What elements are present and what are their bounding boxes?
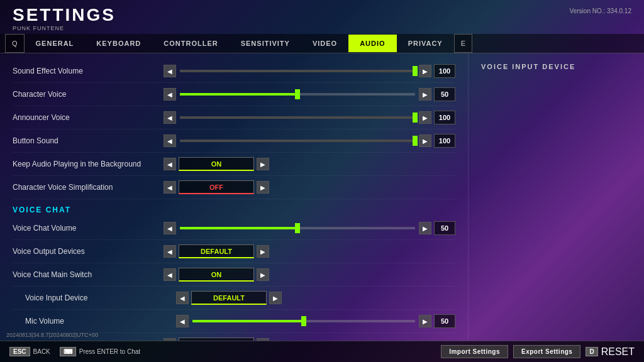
increment-keep-audio[interactable]: ▶	[257, 158, 269, 170]
setting-sound-effect-volume: Sound Effect Volume ◀ ▶ 100	[13, 60, 455, 83]
tab-keyboard[interactable]: KEYBOARD	[85, 35, 152, 52]
increment-voice-main[interactable]: ▶	[257, 268, 269, 281]
control-character-voice: ◀ ▶ 50	[164, 87, 455, 101]
label-button-sound: Button Sound	[13, 136, 164, 145]
increment-voice-chat-vol[interactable]: ▶	[419, 222, 431, 234]
footer: ESC BACK ⌨ Press ENTER to Chat Import Se…	[0, 341, 644, 362]
increment-announcer-voice[interactable]: ▶	[419, 111, 431, 124]
label-voice-input-device: Voice Input Device	[25, 293, 176, 302]
decrement-character-voice[interactable]: ◀	[164, 88, 176, 101]
value-voice-input-device: DEFAULT	[191, 291, 267, 305]
control-voice-input-device: ◀ DEFAULT ▶	[176, 291, 455, 305]
increment-sound-effect[interactable]: ▶	[419, 65, 431, 77]
decrement-voice-input[interactable]: ◀	[176, 292, 189, 304]
right-panel-title: VOICE INPUT DEVICE	[481, 63, 631, 70]
export-settings-button[interactable]: Export Settings	[513, 345, 580, 358]
label-voice-chat-volume: Voice Chat Volume	[13, 224, 164, 233]
section-voice-chat: VOICE CHAT	[13, 199, 455, 217]
label-character-voice: Character Voice	[13, 90, 164, 99]
control-voice-output: ◀ DEFAULT ▶	[164, 244, 455, 258]
slider-sound-effect[interactable]	[180, 70, 415, 72]
tab-audio[interactable]: AUDIO	[348, 35, 396, 52]
value-voice-output: DEFAULT	[179, 244, 254, 258]
page-title: SETTINGS	[13, 5, 116, 25]
decrement-voice-output[interactable]: ◀	[164, 245, 176, 258]
content-area: Sound Effect Volume ◀ ▶ 100 Character Vo…	[0, 53, 644, 341]
main-container: SETTINGS PUNK FUNTENE Version NO.: 334.0…	[0, 0, 644, 362]
slider-voice-chat-vol[interactable]	[180, 227, 415, 229]
game-subtitle: PUNK FUNTENE	[13, 25, 116, 31]
setting-voice-input-device: Voice Input Device ◀ DEFAULT ▶	[13, 287, 455, 310]
setting-keep-audio: Keep Audio Playing in the Background ◀ O…	[13, 153, 455, 176]
value-character-voice: 50	[434, 87, 455, 101]
right-panel: VOICE INPUT DEVICE	[468, 53, 644, 341]
value-keep-audio: ON	[179, 157, 254, 171]
header: SETTINGS PUNK FUNTENE Version NO.: 334.0…	[0, 0, 644, 34]
value-announcer-voice: 100	[434, 111, 455, 124]
reset-key-badge: D	[586, 347, 597, 356]
setting-voice-output: Voice Output Devices ◀ DEFAULT ▶	[13, 240, 455, 263]
control-sound-effect-volume: ◀ ▶ 100	[164, 64, 455, 78]
setting-announcer-voice: Announcer Voice ◀ ▶ 100	[13, 106, 455, 129]
setting-character-voice: Character Voice ◀ ▶ 50	[13, 83, 455, 106]
value-voice-simplification: OFF	[179, 180, 254, 194]
tab-video[interactable]: VIDEO	[301, 35, 348, 52]
decrement-voice-main[interactable]: ◀	[164, 268, 176, 281]
label-mic-volume: Mic Volume	[25, 317, 176, 326]
version-label: Version NO.: 334.0.12	[570, 8, 631, 14]
increment-character-voice[interactable]: ▶	[419, 88, 431, 101]
label-sound-effect-volume: Sound Effect Volume	[13, 67, 164, 75]
import-settings-button[interactable]: Import Settings	[441, 345, 508, 358]
increment-voice-input[interactable]: ▶	[269, 292, 282, 304]
decrement-mic-vol[interactable]: ◀	[176, 315, 189, 327]
label-keep-audio: Keep Audio Playing in the Background	[13, 160, 164, 168]
increment-button-sound[interactable]: ▶	[419, 134, 431, 147]
version-info: 20240813|34.8.7|20240802|UTC+00	[6, 332, 98, 338]
label-announcer-voice: Announcer Voice	[13, 113, 164, 122]
keyboard-icon: ⌨	[60, 347, 76, 356]
setting-voice-simplification: Character Voice Simplification ◀ OFF ▶	[13, 176, 455, 199]
slider-button-sound[interactable]	[180, 140, 415, 142]
control-voice-chat-volume: ◀ ▶ 50	[164, 221, 455, 235]
footer-right: Import Settings Export Settings D RESET	[441, 345, 635, 358]
nav-right-icon[interactable]: E	[454, 34, 472, 53]
increment-voice-simplification[interactable]: ▶	[257, 181, 269, 194]
enter-chat-button[interactable]: ⌨ Press ENTER to Chat	[60, 347, 140, 356]
label-voice-main-switch: Voice Chat Main Switch	[13, 270, 164, 279]
value-mic-vol: 50	[434, 314, 455, 328]
setting-button-sound: Button Sound ◀ ▶ 100	[13, 129, 455, 153]
reset-label: RESET	[601, 346, 635, 358]
reset-button[interactable]: D RESET	[586, 346, 635, 358]
value-voice-chat-vol: 50	[434, 221, 455, 235]
back-label: BACK	[33, 348, 50, 355]
control-mic-volume: ◀ ▶ 50	[176, 314, 455, 328]
setting-voice-main-switch: Voice Chat Main Switch ◀ ON ▶	[13, 263, 455, 287]
nav-tabs: Q GENERAL KEYBOARD CONTROLLER SENSITIVIT…	[0, 34, 644, 53]
decrement-keep-audio[interactable]: ◀	[164, 158, 176, 170]
nav-left-icon[interactable]: Q	[5, 34, 25, 53]
tab-privacy[interactable]: PRIVACY	[397, 35, 454, 52]
slider-mic-vol[interactable]	[192, 320, 415, 322]
tab-sensitivity[interactable]: SENSITIVITY	[230, 35, 301, 52]
label-voice-simplification: Character Voice Simplification	[13, 183, 164, 192]
value-sound-effect: 100	[434, 64, 455, 78]
setting-voice-chat-volume: Voice Chat Volume ◀ ▶ 50	[13, 217, 455, 240]
increment-voice-output[interactable]: ▶	[257, 245, 269, 258]
control-announcer-voice: ◀ ▶ 100	[164, 111, 455, 124]
back-button[interactable]: ESC BACK	[9, 347, 50, 356]
decrement-button-sound[interactable]: ◀	[164, 134, 176, 147]
decrement-voice-simplification[interactable]: ◀	[164, 181, 176, 194]
slider-announcer-voice[interactable]	[180, 116, 415, 119]
left-panel: Sound Effect Volume ◀ ▶ 100 Character Vo…	[0, 53, 468, 341]
tab-controller[interactable]: CONTROLLER	[152, 35, 229, 52]
value-voice-main-switch: ON	[179, 268, 254, 282]
decrement-voice-chat-vol[interactable]: ◀	[164, 222, 176, 234]
increment-mic-vol[interactable]: ▶	[419, 315, 431, 327]
decrement-announcer-voice[interactable]: ◀	[164, 111, 176, 124]
slider-character-voice[interactable]	[180, 93, 415, 96]
value-button-sound: 100	[434, 134, 455, 148]
back-key-badge: ESC	[9, 347, 30, 356]
enter-label: Press ENTER to Chat	[79, 348, 140, 355]
decrement-sound-effect[interactable]: ◀	[164, 65, 176, 77]
tab-general[interactable]: GENERAL	[25, 35, 86, 52]
